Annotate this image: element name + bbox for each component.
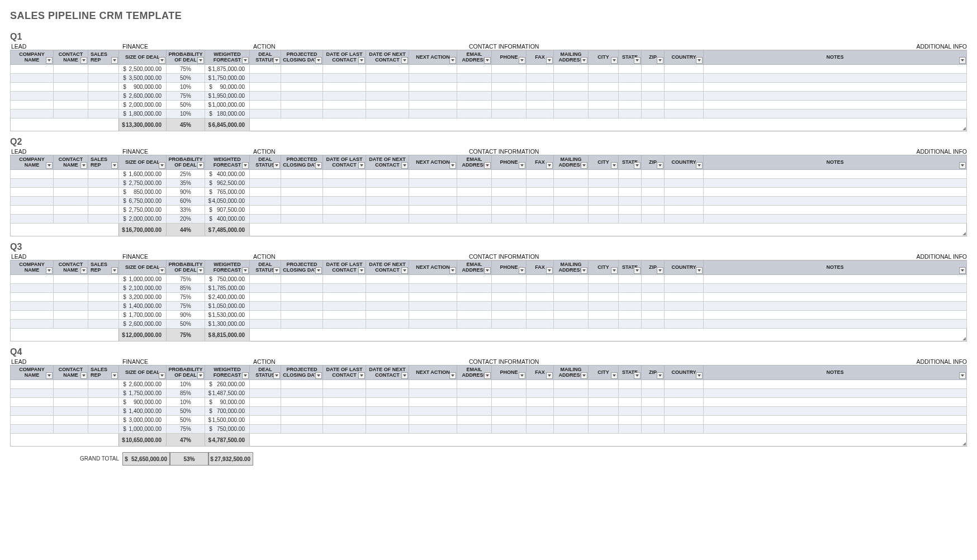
cell-empty[interactable]	[527, 110, 554, 118]
notes-textarea[interactable]	[250, 329, 966, 340]
cell-empty[interactable]	[281, 101, 323, 110]
cell-empty[interactable]	[409, 92, 457, 101]
cell-empty[interactable]	[492, 320, 527, 329]
cell-empty[interactable]	[457, 416, 492, 425]
filter-dropdown-icon[interactable]	[519, 267, 525, 274]
cell-empty[interactable]	[665, 389, 704, 398]
cell-empty[interactable]	[323, 302, 366, 311]
cell-empty[interactable]	[619, 302, 642, 311]
filter-dropdown-icon[interactable]	[80, 162, 87, 169]
filter-dropdown-icon[interactable]	[581, 57, 587, 64]
filter-dropdown-icon[interactable]	[46, 57, 53, 64]
cell-size[interactable]: $3,200,000.00	[119, 293, 167, 302]
cell-empty[interactable]	[642, 320, 665, 329]
cell-company[interactable]	[11, 407, 54, 416]
filter-dropdown-icon[interactable]	[634, 57, 641, 64]
cell-contact[interactable]	[54, 293, 88, 302]
col-header[interactable]: STATE	[619, 50, 642, 65]
cell-empty[interactable]	[665, 83, 704, 92]
cell-empty[interactable]	[366, 416, 409, 425]
cell-empty[interactable]	[323, 110, 366, 118]
cell-empty[interactable]	[366, 320, 409, 329]
cell-empty[interactable]	[492, 215, 527, 224]
cell-empty[interactable]	[527, 92, 554, 101]
cell-empty[interactable]	[492, 101, 527, 110]
cell-empty[interactable]	[409, 425, 457, 434]
cell-empty[interactable]	[527, 74, 554, 83]
cell-company[interactable]	[11, 188, 54, 197]
cell-empty[interactable]	[366, 275, 409, 284]
cell-empty[interactable]	[589, 215, 619, 224]
filter-dropdown-icon[interactable]	[111, 372, 118, 379]
cell-forecast[interactable]: $2,400,000.00	[205, 293, 250, 302]
col-header[interactable]: NOTES	[704, 366, 967, 380]
cell-empty[interactable]	[642, 92, 665, 101]
cell-empty[interactable]	[665, 197, 704, 206]
cell-forecast[interactable]: $750,000.00	[205, 425, 250, 434]
col-header[interactable]: DATE OF LAST CONTACT	[323, 155, 366, 170]
cell-empty[interactable]	[457, 206, 492, 215]
cell-empty[interactable]	[281, 311, 323, 320]
cell-contact[interactable]	[54, 311, 88, 320]
cell-size[interactable]: $900,000.00	[119, 83, 167, 92]
notes-textarea[interactable]	[250, 118, 966, 130]
cell-contact[interactable]	[54, 407, 88, 416]
col-header[interactable]: WEIGHTED FORECAST	[205, 155, 250, 170]
cell-size[interactable]: $6,750,000.00	[119, 197, 167, 206]
cell-forecast[interactable]: $4,050,000.00	[205, 197, 250, 206]
filter-dropdown-icon[interactable]	[696, 267, 703, 274]
col-header[interactable]: EMAIL ADDRESS	[457, 366, 492, 380]
cell-size[interactable]: $2,750,000.00	[119, 206, 167, 215]
resize-handle-icon[interactable]	[962, 127, 966, 130]
cell-empty[interactable]	[665, 215, 704, 224]
cell-empty[interactable]	[642, 311, 665, 320]
cell-empty[interactable]	[457, 197, 492, 206]
cell-empty[interactable]	[704, 407, 967, 416]
cell-rep[interactable]	[88, 284, 119, 293]
filter-dropdown-icon[interactable]	[657, 267, 663, 274]
cell-empty[interactable]	[704, 197, 967, 206]
cell-empty[interactable]	[323, 320, 366, 329]
cell-empty[interactable]	[704, 389, 967, 398]
cell-contact[interactable]	[54, 65, 88, 74]
cell-empty[interactable]	[409, 110, 457, 118]
col-header[interactable]: STATE	[619, 260, 642, 275]
filter-dropdown-icon[interactable]	[242, 267, 249, 274]
cell-empty[interactable]	[457, 389, 492, 398]
cell-company[interactable]	[11, 83, 54, 92]
cell-empty[interactable]	[619, 275, 642, 284]
col-header[interactable]: PROJECTED CLOSING DATE	[281, 260, 323, 275]
col-header[interactable]: STATE	[619, 155, 642, 170]
cell-empty[interactable]	[281, 425, 323, 434]
cell-empty[interactable]	[366, 83, 409, 92]
cell-size[interactable]: $1,600,000.00	[119, 170, 167, 179]
col-header[interactable]: CONTACT NAME	[54, 366, 88, 380]
cell-prob[interactable]: 75%	[167, 293, 205, 302]
cell-empty[interactable]	[589, 311, 619, 320]
col-header[interactable]: SIZE OF DEAL	[119, 366, 167, 380]
cell-empty[interactable]	[323, 206, 366, 215]
cell-empty[interactable]	[589, 380, 619, 389]
cell-empty[interactable]	[250, 284, 281, 293]
cell-empty[interactable]	[665, 206, 704, 215]
col-header[interactable]: PROBABILITY OF DEAL	[167, 155, 205, 170]
cell-empty[interactable]	[250, 179, 281, 188]
cell-empty[interactable]	[554, 110, 589, 118]
cell-rep[interactable]	[88, 320, 119, 329]
cell-rep[interactable]	[88, 188, 119, 197]
cell-contact[interactable]	[54, 92, 88, 101]
cell-empty[interactable]	[642, 284, 665, 293]
cell-empty[interactable]	[323, 275, 366, 284]
cell-empty[interactable]	[323, 197, 366, 206]
filter-dropdown-icon[interactable]	[358, 57, 365, 64]
col-header[interactable]: COUNTRY	[665, 260, 704, 275]
filter-dropdown-icon[interactable]	[242, 162, 249, 169]
filter-dropdown-icon[interactable]	[358, 267, 365, 274]
cell-empty[interactable]	[457, 320, 492, 329]
cell-empty[interactable]	[619, 92, 642, 101]
cell-empty[interactable]	[554, 398, 589, 407]
cell-empty[interactable]	[323, 398, 366, 407]
cell-empty[interactable]	[281, 65, 323, 74]
cell-empty[interactable]	[589, 425, 619, 434]
cell-size[interactable]: $900,000.00	[119, 398, 167, 407]
